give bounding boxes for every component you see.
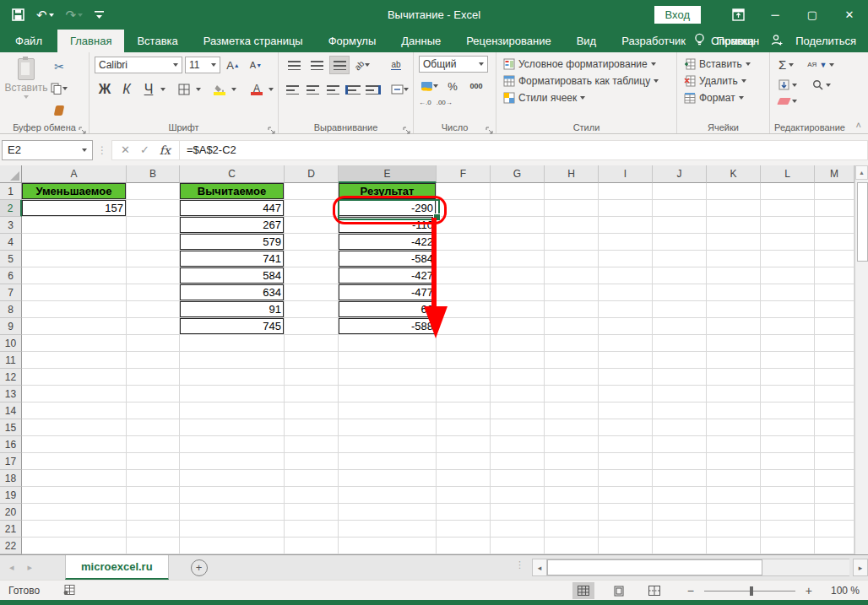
cell-M5[interactable] bbox=[815, 251, 854, 267]
cell-I15[interactable] bbox=[599, 419, 653, 436]
copy-button[interactable] bbox=[49, 79, 69, 98]
cell-G13[interactable] bbox=[491, 386, 545, 402]
column-header-M[interactable]: M bbox=[815, 165, 854, 183]
cell-K1[interactable] bbox=[707, 183, 761, 200]
sort-filter-button[interactable]: АЯ▼ bbox=[804, 59, 838, 71]
horizontal-scroll-track[interactable] bbox=[547, 559, 849, 576]
fill-color-button[interactable] bbox=[209, 80, 230, 99]
cell-C4[interactable]: 579 bbox=[180, 234, 285, 251]
cell-L15[interactable] bbox=[761, 419, 815, 436]
row-header-18[interactable]: 18 bbox=[0, 470, 22, 487]
paste-button[interactable]: Вставить bbox=[5, 56, 47, 120]
cell-I2[interactable] bbox=[599, 200, 653, 217]
cell-G9[interactable] bbox=[491, 318, 545, 335]
cell-D2[interactable] bbox=[285, 200, 339, 217]
cell-L4[interactable] bbox=[761, 234, 815, 251]
align-middle-button[interactable] bbox=[307, 56, 327, 74]
cell-L13[interactable] bbox=[761, 386, 815, 402]
row-header-20[interactable]: 20 bbox=[0, 504, 22, 521]
cell-F10[interactable] bbox=[437, 335, 491, 352]
column-header-L[interactable]: L bbox=[761, 165, 815, 183]
cell-E5[interactable]: -584 bbox=[339, 251, 437, 267]
cell-B10[interactable] bbox=[127, 335, 180, 352]
cell-B18[interactable] bbox=[127, 470, 180, 487]
cell-E11[interactable] bbox=[339, 352, 437, 369]
tab-home[interactable]: Главная bbox=[57, 30, 124, 52]
cell-K2[interactable] bbox=[707, 200, 761, 217]
cell-B22[interactable] bbox=[127, 537, 180, 554]
cell-F14[interactable] bbox=[437, 402, 491, 419]
zoom-in-icon[interactable]: + bbox=[802, 584, 816, 597]
cell-I22[interactable] bbox=[599, 537, 653, 554]
row-header-4[interactable]: 4 bbox=[0, 234, 22, 251]
italic-button[interactable]: К bbox=[117, 80, 137, 99]
cell-D11[interactable] bbox=[285, 352, 339, 369]
cell-J6[interactable] bbox=[653, 267, 707, 284]
cell-I6[interactable] bbox=[599, 267, 653, 284]
zoom-out-icon[interactable]: − bbox=[684, 584, 697, 597]
cell-M13[interactable] bbox=[815, 386, 854, 402]
cell-C10[interactable] bbox=[180, 335, 285, 352]
fill-button[interactable] bbox=[775, 78, 800, 92]
font-dialog-launcher-icon[interactable] bbox=[268, 123, 276, 132]
cell-M16[interactable] bbox=[815, 436, 854, 453]
cell-F9[interactable] bbox=[437, 318, 491, 335]
cell-G4[interactable] bbox=[491, 234, 545, 251]
underline-caret-icon[interactable] bbox=[160, 88, 165, 91]
cell-J10[interactable] bbox=[653, 335, 707, 352]
cell-E10[interactable] bbox=[339, 335, 437, 352]
cell-A14[interactable] bbox=[22, 402, 127, 419]
cell-D4[interactable] bbox=[285, 234, 339, 251]
cell-B9[interactable] bbox=[127, 318, 180, 335]
cell-I11[interactable] bbox=[599, 352, 653, 369]
cell-M21[interactable] bbox=[815, 521, 854, 537]
cell-E18[interactable] bbox=[339, 470, 437, 487]
format-painter-button[interactable] bbox=[49, 101, 69, 120]
column-header-H[interactable]: H bbox=[545, 165, 599, 183]
cell-H6[interactable] bbox=[545, 267, 599, 284]
cell-L16[interactable] bbox=[761, 436, 815, 453]
cell-D20[interactable] bbox=[285, 504, 339, 521]
cell-I21[interactable] bbox=[599, 521, 653, 537]
cell-H9[interactable] bbox=[545, 318, 599, 335]
cell-C3[interactable]: 267 bbox=[180, 217, 285, 234]
cell-I16[interactable] bbox=[599, 436, 653, 453]
scroll-right-icon[interactable]: ▸ bbox=[853, 559, 868, 576]
cell-A9[interactable] bbox=[22, 318, 127, 335]
cell-F5[interactable] bbox=[437, 251, 491, 267]
cell-K22[interactable] bbox=[707, 537, 761, 554]
tellme-tab[interactable]: Помощн bbox=[710, 35, 767, 47]
cell-K11[interactable] bbox=[707, 352, 761, 369]
row-header-3[interactable]: 3 bbox=[0, 217, 22, 234]
fill-color-caret-icon[interactable] bbox=[231, 88, 236, 91]
cell-C12[interactable] bbox=[180, 369, 285, 386]
cell-K16[interactable] bbox=[707, 436, 761, 453]
cut-button[interactable]: ✂ bbox=[49, 57, 69, 76]
cell-I12[interactable] bbox=[599, 369, 653, 386]
cell-C15[interactable] bbox=[180, 419, 285, 436]
cell-G1[interactable] bbox=[491, 183, 545, 200]
cell-E1[interactable]: Результат bbox=[339, 183, 437, 200]
cell-L10[interactable] bbox=[761, 335, 815, 352]
cell-B3[interactable] bbox=[127, 217, 180, 234]
row-header-12[interactable]: 12 bbox=[0, 369, 22, 386]
cell-C21[interactable] bbox=[180, 521, 285, 537]
cell-D14[interactable] bbox=[285, 402, 339, 419]
cell-B6[interactable] bbox=[127, 267, 180, 284]
row-header-1[interactable]: 1 bbox=[0, 183, 22, 200]
horizontal-scrollbar[interactable]: ◂ ▸ bbox=[532, 559, 868, 576]
borders-button[interactable] bbox=[174, 80, 194, 99]
cell-L21[interactable] bbox=[761, 521, 815, 537]
cell-M9[interactable] bbox=[815, 318, 854, 335]
cell-M6[interactable] bbox=[815, 267, 854, 284]
cell-J5[interactable] bbox=[653, 251, 707, 267]
cell-E12[interactable] bbox=[339, 369, 437, 386]
cell-H10[interactable] bbox=[545, 335, 599, 352]
cell-B20[interactable] bbox=[127, 504, 180, 521]
cell-A5[interactable] bbox=[22, 251, 127, 267]
cell-B21[interactable] bbox=[127, 521, 180, 537]
sign-in-button[interactable]: Вход bbox=[654, 6, 701, 24]
row-header-2[interactable]: 2 bbox=[0, 200, 22, 217]
row-header-16[interactable]: 16 bbox=[0, 436, 22, 453]
cell-J14[interactable] bbox=[653, 402, 707, 419]
